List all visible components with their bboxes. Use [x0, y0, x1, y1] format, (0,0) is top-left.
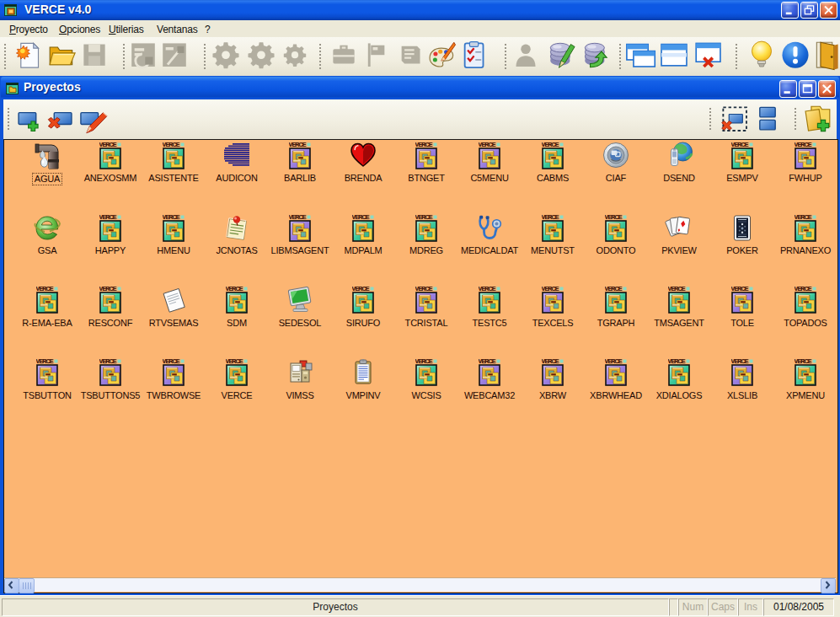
- svg-text:VERCE: VERCE: [415, 214, 433, 220]
- svg-text:VERCE: VERCE: [163, 142, 180, 148]
- svg-text:VERCE: VERCE: [542, 214, 559, 220]
- svg-text:VERCE: VERCE: [99, 358, 117, 364]
- svg-text:VERCE: VERCE: [415, 142, 433, 148]
- svg-text:VERCE: VERCE: [99, 142, 117, 148]
- svg-text:VERCE: VERCE: [605, 358, 623, 364]
- svg-text:VERCE: VERCE: [289, 214, 307, 220]
- svg-text:VERCE: VERCE: [479, 142, 496, 148]
- svg-text:VERCE: VERCE: [731, 142, 749, 148]
- svg-text:VERCE: VERCE: [479, 358, 496, 364]
- svg-text:VERCE: VERCE: [226, 358, 243, 364]
- svg-text:VERCE: VERCE: [542, 358, 559, 364]
- svg-text:VERCE: VERCE: [542, 286, 559, 292]
- svg-text:VERCE: VERCE: [731, 358, 749, 364]
- svg-text:VERCE: VERCE: [352, 214, 370, 220]
- svg-text:VERCE: VERCE: [605, 286, 623, 292]
- svg-text:VERCE: VERCE: [289, 142, 307, 148]
- svg-text:VERCE: VERCE: [415, 286, 433, 292]
- svg-text:VERCE: VERCE: [415, 358, 433, 364]
- svg-text:VERCE: VERCE: [352, 286, 370, 292]
- svg-text:VERCE: VERCE: [479, 286, 496, 292]
- svg-text:VERCE: VERCE: [795, 358, 812, 364]
- svg-text:VERCE: VERCE: [668, 358, 686, 364]
- svg-text:VERCE: VERCE: [226, 286, 243, 292]
- svg-text:VERCE: VERCE: [731, 286, 749, 292]
- svg-text:VERCE: VERCE: [36, 286, 54, 292]
- svg-text:VERCE: VERCE: [668, 286, 686, 292]
- svg-text:VERCE: VERCE: [605, 214, 623, 220]
- svg-text:VERCE: VERCE: [99, 214, 117, 220]
- svg-text:VERCE: VERCE: [795, 286, 812, 292]
- svg-text:VERCE: VERCE: [795, 142, 812, 148]
- svg-text:VERCE: VERCE: [36, 358, 54, 364]
- svg-text:VERCE: VERCE: [99, 286, 117, 292]
- svg-text:VERCE: VERCE: [795, 214, 812, 220]
- svg-text:VERCE: VERCE: [163, 358, 180, 364]
- svg-text:VERCE: VERCE: [542, 142, 559, 148]
- svg-text:VERCE: VERCE: [163, 214, 180, 220]
